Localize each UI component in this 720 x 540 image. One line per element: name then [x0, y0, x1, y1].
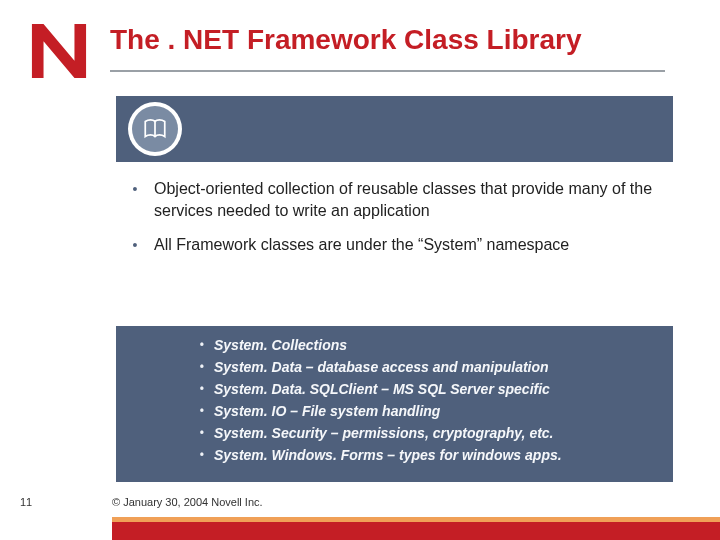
- bullet-item: • All Framework classes are under the “S…: [116, 234, 673, 256]
- page-number: 11: [20, 496, 32, 508]
- sub-bullet-text: System. Data. SQLClient – MS SQL Server …: [214, 380, 661, 398]
- slide: The . NET Framework Class Library • Obje…: [0, 0, 720, 540]
- footer-brand-bar: [112, 522, 720, 540]
- sub-bullet-text: System. Collections: [214, 336, 661, 354]
- copyright-line: © January 30, 2004 Novell Inc.: [112, 496, 263, 508]
- bullet-list: • Object-oriented collection of reusable…: [116, 178, 673, 268]
- sub-bullet-item: • System. Collections: [128, 336, 661, 354]
- sub-bullet-text: System. Data – database access and manip…: [214, 358, 661, 376]
- book-badge: [128, 102, 182, 156]
- bullet-marker: •: [116, 234, 154, 256]
- sub-bullet-box: • System. Collections • System. Data – d…: [116, 326, 673, 482]
- novell-logo: [30, 22, 88, 80]
- sub-bullet-marker: •: [128, 336, 214, 354]
- sub-bullet-marker: •: [128, 380, 214, 398]
- bullet-marker: •: [116, 178, 154, 222]
- sub-bullet-marker: •: [128, 402, 214, 420]
- slide-title: The . NET Framework Class Library: [110, 24, 582, 56]
- sub-bullet-marker: •: [128, 446, 214, 464]
- sub-bullet-marker: •: [128, 424, 214, 442]
- title-divider: [110, 70, 665, 72]
- bullet-text: All Framework classes are under the “Sys…: [154, 234, 673, 256]
- sub-bullet-text: System. IO – File system handling: [214, 402, 661, 420]
- bullet-item: • Object-oriented collection of reusable…: [116, 178, 673, 222]
- sub-bullet-item: • System. IO – File system handling: [128, 402, 661, 420]
- sub-bullet-item: • System. Data – database access and man…: [128, 358, 661, 376]
- sub-bullet-text: System. Windows. Forms – types for windo…: [214, 446, 661, 464]
- sub-bullet-item: • System. Data. SQLClient – MS SQL Serve…: [128, 380, 661, 398]
- sub-bullet-item: • System. Security – permissions, crypto…: [128, 424, 661, 442]
- book-icon: [132, 106, 178, 152]
- sub-bullet-item: • System. Windows. Forms – types for win…: [128, 446, 661, 464]
- header-graphic-bar: [116, 96, 673, 162]
- sub-bullet-marker: •: [128, 358, 214, 376]
- bullet-text: Object-oriented collection of reusable c…: [154, 178, 673, 222]
- sub-bullet-text: System. Security – permissions, cryptogr…: [214, 424, 661, 442]
